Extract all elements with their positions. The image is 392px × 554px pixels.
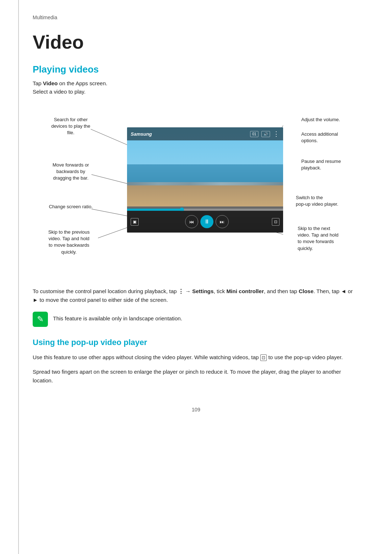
settings-label: Settings [192,288,213,294]
menu-icon-inline: ⋮ [178,288,184,294]
page-title: Video [33,31,363,53]
annotation-popup-player: Switch to thepop-up video player. [296,194,359,208]
intro-line1: Tap Video on the Apps screen. [33,80,363,86]
body-text-customise: To customise the control panel location … [33,287,359,304]
annotation-screen-ratio: Change screen ratio. [40,204,102,210]
diagram-area: Search for otherdevices to play thefile.… [29,106,363,280]
page: Multimedia Video Playing videos Tap Vide… [0,0,392,554]
play-pause-button[interactable]: ⏸ [200,215,213,228]
annotation-skip-prev: Skip to the previousvideo. Tap and holdt… [34,229,103,255]
mini-controller-label: Mini controller [226,288,264,294]
sub-section-title: Using the pop-up video player [33,338,359,347]
player-icon-menu: ⋮ [273,130,279,138]
annotation-skip-next: Skip to the nextvideo. Tap and holdto mo… [298,225,359,252]
breadcrumb: Multimedia [33,15,363,20]
player-brand: Samsung [131,131,152,137]
intro-line2: Select a video to play. [33,89,363,95]
player-icon-volume: 🔊 [261,131,270,137]
player-top-icons: 01 🔊 ⋮ [250,130,279,138]
annotation-adjust-volume: Adjust the volume. [301,116,359,123]
close-label: Close [299,288,314,294]
section-playing-title: Playing videos [33,64,363,75]
page-number: 109 [29,407,363,413]
beach-sand [127,185,283,206]
intro-bold-video: Video [43,80,58,86]
ratio-button[interactable]: ▣ [131,218,139,226]
svg-line-2 [91,209,132,217]
popup-video-button[interactable]: ⊡ [272,218,279,226]
body-text-popup: Use this feature to use other apps witho… [33,353,359,362]
next-button[interactable]: ⏭ [216,215,229,228]
note-box: ✎ This feature is available only in land… [33,312,359,327]
annotation-additional-options: Access additionaloptions. [301,131,359,144]
prev-button[interactable]: ⏮ [185,215,198,228]
annotation-pause-resume: Pause and resumeplayback. [301,158,359,171]
annotation-move-bar: Move forwards orbackwards bydragging the… [40,162,102,182]
note-icon: ✎ [33,312,48,327]
player-top-bar: Samsung 01 🔊 ⋮ [127,127,283,140]
player-controls: ▣ ⏮ ⏸ ⏭ ⊡ [127,211,283,233]
body-text-spread: Spread two fingers apart on the screen t… [33,368,359,385]
video-player-mockup: Samsung 01 🔊 ⋮ ▣ ⏮ ⏸ [127,127,283,233]
popup-icon-inline: ⊡ [260,354,267,361]
annotation-search-devices: Search for otherdevices to play thefile. [40,116,102,136]
player-icon-resolution: 01 [250,131,258,137]
note-text: This feature is available only in landsc… [53,312,182,323]
